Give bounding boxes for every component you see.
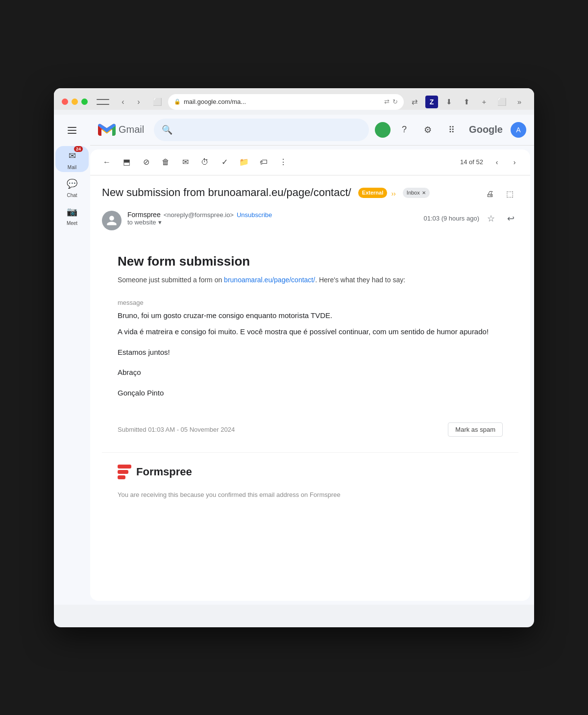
body-desc-pre: Someone just submitted a form on xyxy=(118,276,224,284)
expand-button[interactable]: ⬚ xyxy=(501,185,518,203)
email-subject-actions: 🖨 ⬚ xyxy=(481,185,518,203)
lock-icon: 🔒 xyxy=(174,99,181,105)
mark-as-spam-button[interactable]: Mark as spam xyxy=(448,422,503,437)
close-button[interactable] xyxy=(62,99,68,105)
settings-icon[interactable]: ⚙ xyxy=(418,120,438,140)
snooze-button[interactable]: ⏱ xyxy=(196,153,214,171)
message-label: message xyxy=(118,299,503,306)
address-bar[interactable]: 🔒 mail.google.com/ma... ⇄ ↻ xyxy=(168,94,404,110)
email-toolbar: ← ⬒ ⊘ 🗑 ✉ ⏱ ✓ 📁 🏷 ⋮ 14 of 52 ‹ › xyxy=(90,149,530,175)
email-counter: 14 of 52 xyxy=(460,158,483,166)
email-body: New form submission Someone just submitt… xyxy=(102,242,518,453)
message-line-5: Gonçalo Pinto xyxy=(118,387,503,399)
message-line-2: A vida é matreira e consigo foi muito. E… xyxy=(118,325,503,338)
inbox-tag: Inbox ✕ xyxy=(403,188,430,198)
translate-icon[interactable]: ⇄ xyxy=(408,95,421,109)
remove-inbox-tag-button[interactable]: ✕ xyxy=(422,190,426,197)
submitted-text: Submitted 01:03 AM - 05 November 2024 xyxy=(118,426,235,433)
refresh-icon[interactable]: ↻ xyxy=(392,98,398,105)
sidebar-toggle-icon[interactable] xyxy=(97,97,109,107)
back-to-inbox-button[interactable]: ← xyxy=(98,153,116,171)
message-line-3: Estamos juntos! xyxy=(118,346,503,359)
sender-row: Formspree <noreply@formspree.io> Unsubsc… xyxy=(102,211,518,230)
formspree-name: Formspree xyxy=(136,466,192,478)
star-button[interactable]: ☆ xyxy=(483,211,499,226)
sender-name: Formspree xyxy=(127,211,161,219)
meet-label: Meet xyxy=(67,221,77,226)
status-avatar[interactable] xyxy=(375,122,391,138)
delete-button[interactable]: 🗑 xyxy=(157,153,174,171)
reply-button[interactable]: ↩ xyxy=(503,211,518,226)
message-line-1: Bruno, foi um gosto cruzar-me consigo en… xyxy=(118,309,503,322)
form-submission-desc: Someone just submitted a form on brunoam… xyxy=(118,275,503,285)
body-desc-post: . Here's what they had to say: xyxy=(315,276,405,284)
url-text: mail.google.com/ma... xyxy=(184,98,246,105)
form-link[interactable]: brunoamaral.eu/page/contact/ xyxy=(224,276,315,284)
mail-badge: 24 xyxy=(74,146,83,152)
user-avatar[interactable]: A xyxy=(511,122,526,138)
gmail-m-logo xyxy=(98,123,116,136)
subject-text: New submission from brunoamaral.eu/page/… xyxy=(102,186,351,198)
add-task-button[interactable]: ✓ xyxy=(216,153,233,171)
next-email-button[interactable]: › xyxy=(507,154,522,170)
formspree-bar-2 xyxy=(118,470,128,474)
share-icon[interactable]: ⬆ xyxy=(460,95,473,109)
hamburger-menu-button[interactable] xyxy=(62,121,82,140)
mail-icon: ✉ 24 xyxy=(58,148,86,164)
gmail-logo: Gmail xyxy=(98,123,144,136)
more-icon[interactable]: » xyxy=(513,95,526,109)
sender-avatar xyxy=(102,211,122,230)
to-dropdown-button[interactable]: ▾ xyxy=(158,219,162,226)
to-label: to website xyxy=(127,219,156,226)
move-to-button[interactable]: 📁 xyxy=(235,153,253,171)
tab-icon: ⬜ xyxy=(150,95,164,109)
tabs-icon[interactable]: ⬜ xyxy=(495,95,509,109)
traffic-lights[interactable] xyxy=(62,99,88,105)
sidebar-item-mail[interactable]: ✉ 24 Mail xyxy=(55,146,89,172)
mail-label: Mail xyxy=(68,165,76,170)
mark-unread-button[interactable]: ✉ xyxy=(176,153,194,171)
help-icon[interactable]: ? xyxy=(394,120,414,140)
report-spam-button[interactable]: ⊘ xyxy=(137,153,155,171)
sender-email: <noreply@formspree.io> xyxy=(164,211,234,219)
zotero-icon[interactable]: Z xyxy=(425,96,438,108)
sender-info: Formspree <noreply@formspree.io> Unsubsc… xyxy=(127,211,418,226)
sidebar-item-meet[interactable]: 📷 Meet xyxy=(55,202,89,228)
gmail-search-bar[interactable]: 🔍 xyxy=(154,119,369,141)
arrow-icon: ›› xyxy=(391,190,395,197)
email-main-content: ← ⬒ ⊘ 🗑 ✉ ⏱ ✓ 📁 🏷 ⋮ 14 of 52 ‹ › xyxy=(90,149,530,601)
form-submission-title: New form submission xyxy=(118,254,503,269)
maximize-button[interactable] xyxy=(81,99,88,105)
browser-forward-button[interactable]: › xyxy=(132,95,146,109)
gmail-app-name: Gmail xyxy=(119,124,144,135)
minimize-button[interactable] xyxy=(72,99,78,105)
unsubscribe-link[interactable]: Unsubscribe xyxy=(237,211,272,219)
more-options-button[interactable]: ⋮ xyxy=(274,153,292,171)
formspree-footer: Formspree xyxy=(102,452,518,491)
header-actions: ? ⚙ ⠿ Google A xyxy=(375,120,526,140)
external-tag: External xyxy=(358,188,387,198)
search-icon[interactable]: 🔍 xyxy=(162,124,172,135)
previous-email-button[interactable]: ‹ xyxy=(489,154,505,170)
meet-icon: 📷 xyxy=(58,204,86,220)
submitted-info: Submitted 01:03 AM - 05 November 2024 Ma… xyxy=(118,415,503,437)
apps-icon[interactable]: ⠿ xyxy=(441,120,461,140)
print-button[interactable]: 🖨 xyxy=(481,185,499,203)
new-tab-icon[interactable]: + xyxy=(477,95,491,109)
browser-back-button[interactable]: ‹ xyxy=(116,95,130,109)
sidebar-item-chat[interactable]: 💬 Chat xyxy=(55,174,89,200)
gmail-header: Gmail 🔍 ? ⚙ ⠿ Google A xyxy=(90,115,534,146)
formspree-footer-text: You are receiving this because you confi… xyxy=(102,491,518,506)
google-text: Google xyxy=(465,122,507,137)
label-button[interactable]: 🏷 xyxy=(255,153,272,171)
gmail-sidebar-nav: ✉ 24 Mail 💬 Chat 📷 Meet xyxy=(54,115,90,605)
email-timestamp: 01:03 (9 hours ago) xyxy=(424,215,479,222)
sender-meta: 01:03 (9 hours ago) ☆ ↩ xyxy=(424,211,518,226)
formspree-bar-3 xyxy=(118,475,125,479)
archive-button[interactable]: ⬒ xyxy=(118,153,135,171)
formspree-logo: Formspree xyxy=(118,465,192,479)
email-subject-row: New submission from brunoamaral.eu/page/… xyxy=(102,185,518,203)
formspree-bar-1 xyxy=(118,465,131,468)
formspree-icon xyxy=(118,465,131,479)
download-icon[interactable]: ⬇ xyxy=(442,95,456,109)
